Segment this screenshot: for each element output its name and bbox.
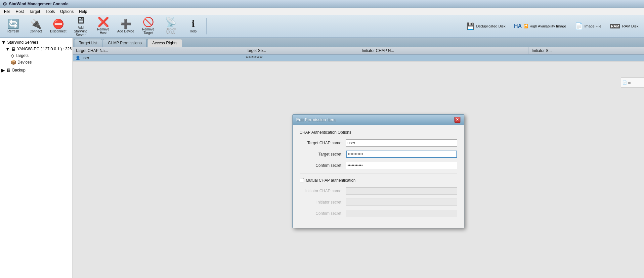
- tree-item-targets[interactable]: ◇ Targets: [0, 52, 72, 59]
- tree-item-starwind-servers[interactable]: ▼ StarWind Servers: [0, 39, 72, 46]
- high-availability-icon: 🔁: [524, 24, 528, 28]
- menu-target[interactable]: Target: [26, 9, 43, 15]
- high-availability-label: High Availability Image: [530, 24, 566, 28]
- refresh-icon: 🔄: [8, 20, 19, 29]
- target-chap-name-label: Target CHAP name:: [300, 141, 346, 145]
- menu-host[interactable]: Host: [13, 9, 26, 15]
- remove-target-button[interactable]: 🚫 Remove Target: [138, 17, 159, 36]
- backup-icon: ▶ 🖥: [1, 68, 11, 73]
- edit-permission-dialog: Edit Permission Item ✕ CHAP Authenticati…: [292, 114, 464, 228]
- targets-icon: ◇: [11, 53, 14, 58]
- partial-panel-icon: 📄: [623, 80, 627, 84]
- add-server-icon: 🖥: [76, 16, 85, 25]
- tree-panel: ▼ StarWind Servers ▼ 🖥 YANG88-PC ( 127.0…: [0, 38, 73, 278]
- deploy-vsan-icon: 📡: [165, 18, 177, 27]
- devices-icon: 📦: [11, 60, 16, 65]
- help-icon: ℹ: [192, 20, 195, 29]
- server-root-icon: ▼: [1, 40, 6, 45]
- toolbar-separator: [206, 18, 207, 34]
- connect-label: Connect: [29, 29, 42, 33]
- help-button[interactable]: ℹ Help: [183, 17, 204, 36]
- dialog-body: CHAP Authentication Options Target CHAP …: [293, 125, 464, 228]
- remove-host-button[interactable]: ❌ Remove Host: [93, 17, 114, 36]
- toolbar: 🔄 Refresh 🔌 Connect ⛔ Disconnect 🖥 Add S…: [0, 15, 644, 38]
- target-chap-name-input[interactable]: [346, 139, 457, 147]
- section-divider: [300, 173, 457, 173]
- confirm-secret-row: Confirm secret:: [300, 162, 457, 169]
- confirm-secret2-row: Confirm secret:: [300, 210, 457, 217]
- add-device-button[interactable]: ➕ Add Device: [115, 17, 136, 36]
- high-availability-image-button[interactable]: HA 🔁 High Availability Image: [511, 22, 569, 31]
- target-chap-name-row: Target CHAP name:: [300, 139, 457, 147]
- confirm-secret-label: Confirm secret:: [300, 163, 346, 168]
- title-bar: ⚙ StarWind Management Console: [0, 0, 644, 8]
- confirm-secret2-label: Confirm secret:: [300, 211, 346, 216]
- mutual-chap-row: Mutual CHAP authentication: [300, 178, 457, 183]
- ram-disk-label: RAM Disk: [622, 24, 638, 28]
- image-file-button[interactable]: 📄 Image File: [572, 21, 604, 32]
- image-file-icon: 📄: [575, 22, 583, 30]
- remove-target-icon: 🚫: [143, 18, 154, 27]
- disconnect-button[interactable]: ⛔ Disconnect: [48, 17, 69, 36]
- disconnect-label: Disconnect: [50, 29, 66, 33]
- add-starwind-server-button[interactable]: 🖥 Add StarWind Server: [70, 17, 91, 36]
- partial-panel: 📄 m: [621, 77, 644, 88]
- remove-host-icon: ❌: [98, 18, 109, 27]
- dialog-section-title: CHAP Authentication Options: [300, 130, 457, 135]
- connect-button[interactable]: 🔌 Connect: [25, 17, 46, 36]
- toolbar-right: 💾 Deduplicated Disk HA 🔁 High Availabili…: [463, 21, 641, 32]
- add-device-label: Add Device: [117, 29, 134, 33]
- menu-help[interactable]: Help: [76, 9, 90, 15]
- tree-label-targets: Targets: [16, 53, 28, 58]
- dialog-close-button[interactable]: ✕: [454, 117, 460, 123]
- deduplicated-disk-label: Deduplicated Disk: [476, 24, 505, 28]
- refresh-label: Refresh: [7, 29, 19, 33]
- menu-tools[interactable]: Tools: [43, 9, 57, 15]
- ram-badge: RAM: [610, 24, 620, 28]
- mutual-chap-label[interactable]: Mutual CHAP authentication: [306, 178, 356, 183]
- tree-label-devices: Devices: [18, 60, 32, 65]
- menu-options[interactable]: Options: [57, 9, 76, 15]
- add-server-label: Add StarWind Server: [72, 26, 90, 37]
- deploy-vsan-button[interactable]: 📡 Deploy VSAN: [160, 17, 181, 36]
- confirm-secret2-input: [346, 210, 457, 217]
- help-label: Help: [190, 29, 197, 33]
- initiator-secret-label: Initiator secret:: [300, 200, 346, 205]
- app-title: StarWind Management Console: [9, 2, 68, 6]
- image-file-label: Image File: [584, 24, 601, 28]
- tree-item-backup[interactable]: ▶ 🖥 Backup: [0, 67, 72, 73]
- refresh-button[interactable]: 🔄 Refresh: [3, 17, 24, 36]
- confirm-secret-input[interactable]: [346, 162, 457, 169]
- ram-disk-button[interactable]: RAM RAM Disk: [607, 22, 641, 30]
- partial-panel-text: m: [628, 80, 631, 84]
- remove-host-label: Remove Host: [94, 27, 112, 35]
- menu-file[interactable]: File: [1, 9, 13, 15]
- menu-bar: File Host Target Tools Options Help: [0, 8, 644, 15]
- ha-badge: HA: [514, 23, 522, 29]
- tree-label-starwind-servers: StarWind Servers: [7, 40, 38, 45]
- app-icon: ⚙: [3, 1, 7, 7]
- target-secret-label: Target secret:: [300, 152, 346, 157]
- initiator-chap-name-row: Initiator CHAP name:: [300, 187, 457, 195]
- disconnect-icon: ⛔: [53, 20, 64, 29]
- main-area: ▼ StarWind Servers ▼ 🖥 YANG88-PC ( 127.0…: [0, 38, 644, 278]
- target-secret-row: Target secret:: [300, 151, 457, 158]
- server-icon: ▼ 🖥: [5, 46, 16, 52]
- deploy-vsan-label: Deploy VSAN: [162, 27, 180, 35]
- target-secret-input[interactable]: [346, 151, 457, 158]
- initiator-secret-input: [346, 199, 457, 206]
- initiator-chap-name-input: [346, 187, 457, 195]
- connect-icon: 🔌: [30, 20, 42, 29]
- modal-overlay: Edit Permission Item ✕ CHAP Authenticati…: [73, 38, 644, 278]
- initiator-secret-row: Initiator secret:: [300, 199, 457, 206]
- add-device-icon: ➕: [120, 20, 132, 29]
- mutual-chap-checkbox[interactable]: [300, 178, 304, 182]
- initiator-chap-name-label: Initiator CHAP name:: [300, 189, 346, 193]
- deduplicated-disk-button[interactable]: 💾 Deduplicated Disk: [463, 21, 508, 32]
- tree-item-yang88-pc[interactable]: ▼ 🖥 YANG88-PC ( 127.0.0.1 ) : 3261: [0, 46, 72, 52]
- deduplicated-disk-icon: 💾: [466, 22, 475, 30]
- tree-label-yang88-pc: YANG88-PC ( 127.0.0.1 ) : 3261: [17, 47, 73, 51]
- tree-item-devices[interactable]: 📦 Devices: [0, 59, 72, 66]
- right-panel: Target List CHAP Permissions Access Righ…: [73, 38, 644, 278]
- dialog-titlebar: Edit Permission Item ✕: [293, 115, 464, 125]
